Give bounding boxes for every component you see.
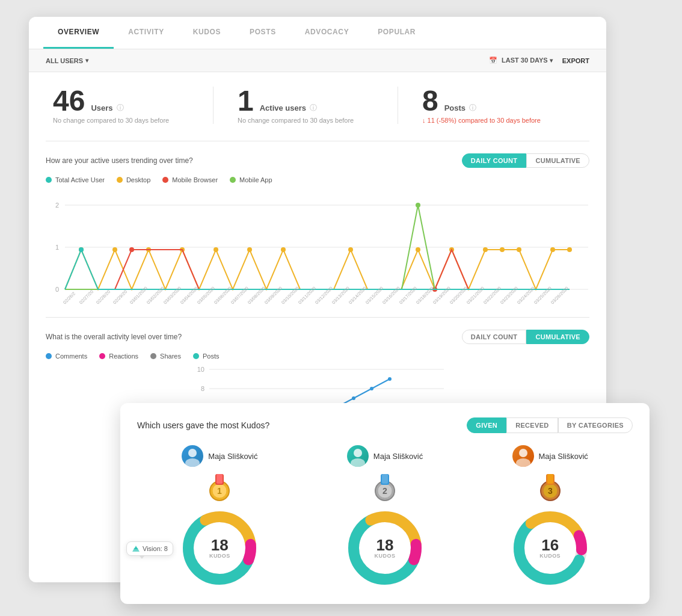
tab-advocacy[interactable]: ADVOCACY (290, 17, 363, 49)
active-users-info-icon: ⓘ (310, 103, 317, 113)
svg-point-21 (129, 247, 134, 252)
mobile-app-dot (230, 177, 236, 183)
svg-text:03/26/2020: 03/26/2020 (550, 286, 570, 306)
total-active-label: Total Active User (55, 176, 105, 183)
categories-btn[interactable]: BY CATEGORIES (558, 417, 633, 433)
users-filter-label: ALL USERS (46, 57, 83, 64)
svg-text:0: 0 (55, 286, 59, 293)
tab-overview[interactable]: OVERVIEW (43, 17, 114, 49)
desktop-label: Desktop (126, 176, 150, 183)
metric-active-users: 1 Active users ⓘ No change compared to 3… (213, 87, 398, 124)
export-button[interactable]: EXPORT (562, 57, 589, 64)
donut-3-sub: KUDOS (539, 553, 561, 559)
activity-cumulative-btn[interactable]: CUMULATIVE (526, 330, 589, 344)
tab-posts[interactable]: POSTS (235, 17, 290, 49)
donut-3-number: 16 (541, 537, 559, 553)
activity-legend: Comments Reactions Shares Posts (29, 350, 606, 363)
users-label: Users (91, 103, 112, 112)
active-users-sub: No change compared to 30 days before (238, 117, 398, 124)
posts-dot (193, 353, 199, 359)
trending-legend: Total Active User Desktop Mobile Browser… (29, 174, 606, 187)
donut-1: 18 KUDOS (180, 509, 259, 587)
svg-point-80 (185, 458, 200, 467)
activity-daily-btn[interactable]: DAILY COUNT (462, 330, 527, 344)
kudos-user-1-info: Maja Slišković (182, 445, 257, 467)
posts-activity-label: Posts (203, 353, 220, 360)
svg-point-11 (247, 247, 252, 252)
svg-text:03/10/2020: 03/10/2020 (280, 286, 300, 306)
user-1-name: Maja Slišković (208, 452, 257, 461)
legend-total-active: Total Active User (46, 176, 105, 183)
calendar-icon: 📅 (489, 57, 497, 64)
chevron-down-icon-date: ▾ (550, 57, 553, 64)
svg-text:02/28/20: 02/28/20 (95, 289, 111, 305)
donut-3: 16 KUDOS (511, 509, 589, 587)
svg-point-13 (348, 247, 353, 252)
trending-title: How are your active users trending over … (46, 156, 193, 165)
mobile-browser-label: Mobile Browser (172, 176, 218, 183)
svg-text:1: 1 (217, 486, 222, 496)
donut-1-sub: KUDOS (209, 553, 230, 559)
tab-popular[interactable]: POPULAR (363, 17, 430, 49)
kudos-users: Maja Slišković 1 (137, 445, 633, 587)
posts-label: Posts (444, 103, 465, 112)
silver-medal-icon: 2 (372, 473, 398, 502)
kudos-user-3-info: Maja Slišković (512, 445, 588, 467)
donut-2-center: 18 KUDOS (375, 537, 396, 559)
svg-point-104 (516, 458, 530, 467)
svg-point-16 (483, 247, 488, 252)
donut-2-sub: KUDOS (375, 553, 396, 559)
mobile-app-label: Mobile App (239, 176, 272, 183)
trending-btn-group: DAILY COUNT CUMULATIVE (462, 153, 589, 168)
svg-point-23 (416, 203, 420, 208)
metric-users: 46 Users ⓘ No change compared to 30 days… (53, 87, 213, 124)
donut-1-number: 18 (211, 537, 229, 553)
tab-activity[interactable]: ACTIVITY (114, 17, 178, 49)
kudos-title: Which users gave the most Kudos? (137, 420, 269, 430)
trending-daily-btn[interactable]: DAILY COUNT (462, 153, 527, 168)
donut-2: 18 KUDOS (346, 509, 424, 587)
svg-text:3: 3 (548, 486, 553, 496)
shares-dot (150, 353, 156, 359)
svg-text:03/16/2020: 03/16/2020 (381, 286, 401, 306)
shares-label: Shares (160, 353, 181, 360)
svg-point-20 (567, 247, 572, 252)
svg-rect-98 (382, 474, 388, 484)
svg-text:02/29/20: 02/29/20 (112, 289, 128, 305)
users-filter[interactable]: ALL USERS ▾ (46, 57, 88, 64)
tab-kudos[interactable]: KUDOS (179, 17, 235, 49)
svg-marker-91 (134, 547, 138, 549)
posts-sub: ↓ 11 (-58%) compared to 30 days before (422, 117, 582, 124)
kudos-user-1: Maja Slišković 1 (137, 445, 303, 587)
filter-bar: ALL USERS ▾ 📅 LAST 30 DAYS ▾ EXPORT (29, 49, 606, 72)
received-btn[interactable]: RECEVED (506, 417, 558, 433)
svg-text:03/14/2020: 03/14/2020 (348, 286, 367, 306)
tabs-bar: OVERVIEW ACTIVITY KUDOS POSTS ADVOCACY P… (29, 17, 606, 49)
svg-point-73 (388, 377, 392, 381)
kudos-tooltip: Vision: 8 (126, 541, 173, 556)
svg-point-7 (112, 247, 117, 252)
avatar-2 (347, 445, 369, 467)
svg-text:2: 2 (382, 486, 387, 496)
legend-mobile-app: Mobile App (230, 176, 272, 183)
legend-mobile-browser: Mobile Browser (162, 176, 218, 183)
avatar-1 (182, 445, 203, 467)
legend-comments: Comments (46, 353, 87, 360)
trending-cumulative-btn[interactable]: CUMULATIVE (526, 153, 589, 168)
calendar-filter[interactable]: 📅 LAST 30 DAYS ▾ (489, 57, 553, 64)
user-2-name: Maja Slišković (373, 452, 423, 461)
legend-reactions: Reactions (99, 353, 138, 360)
svg-text:03/06/2020: 03/06/2020 (213, 286, 233, 306)
svg-text:1: 1 (55, 244, 59, 251)
comments-dot (46, 353, 52, 359)
given-btn[interactable]: GIVEN (467, 417, 506, 433)
svg-point-17 (500, 247, 505, 252)
svg-point-24 (79, 247, 84, 252)
bronze-medal-icon: 3 (537, 473, 564, 502)
mobile-browser-dot (162, 177, 168, 183)
svg-rect-85 (217, 474, 223, 484)
filter-right: 📅 LAST 30 DAYS ▾ EXPORT (489, 57, 589, 64)
posts-count: 8 (422, 87, 438, 116)
desktop-dot (117, 177, 123, 183)
svg-text:03/23/2020: 03/23/2020 (499, 286, 519, 306)
